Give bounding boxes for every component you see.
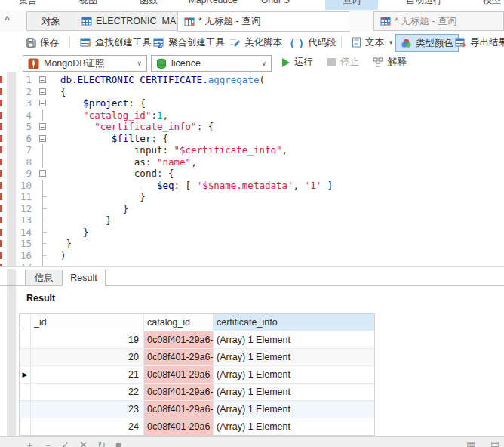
- current-row-arrow-icon: ▶: [23, 371, 28, 378]
- table-row[interactable]: 190c08f401-29a6-(Array) 1 Element: [20, 331, 374, 349]
- tab-result[interactable]: Result: [62, 270, 106, 286]
- line-number: 2: [0, 86, 36, 98]
- add-record-icon[interactable]: ＋: [25, 440, 35, 447]
- save-icon: [26, 37, 36, 48]
- cell-certificate-info[interactable]: (Array) 1 Element: [214, 384, 374, 400]
- cell-catalog-id[interactable]: 0c08f401-29a6-: [144, 331, 214, 348]
- cell-catalog-id[interactable]: 0c08f401-29a6-: [144, 401, 214, 418]
- form-view-icon[interactable]: ▤: [490, 440, 499, 447]
- modified-line-mark: [0, 159, 2, 165]
- apply-changes-icon[interactable]: ✓: [61, 440, 69, 447]
- find-builder-button[interactable]: 查找创建工具: [77, 34, 155, 51]
- cell-id[interactable]: 22: [31, 384, 144, 400]
- table-row[interactable]: 200c08f401-29a6-(Array) 1 Element: [20, 349, 374, 366]
- stop-icon[interactable]: ■: [115, 440, 121, 447]
- ribbon-item[interactable]: 自动运行: [400, 0, 448, 10]
- ribbon-item[interactable]: 函数: [134, 0, 164, 10]
- tab-collection[interactable]: ELECTRONIC_MAINTAIN @l...: [75, 11, 178, 31]
- tab-message[interactable]: 信息: [25, 270, 63, 286]
- cell-certificate-info[interactable]: (Array) 1 Element: [214, 349, 374, 365]
- fold-marker[interactable]: [36, 168, 50, 180]
- code-text: $project: {: [50, 97, 146, 109]
- cell-id[interactable]: 21: [31, 366, 144, 383]
- fold-marker[interactable]: [36, 74, 50, 86]
- tab-objects[interactable]: 对象: [26, 11, 75, 31]
- cell-id[interactable]: 23: [31, 401, 144, 418]
- cell-certificate-info[interactable]: (Array) 1 Element: [214, 418, 374, 435]
- cell-id[interactable]: 20: [31, 349, 144, 365]
- table-row[interactable]: ▶210c08f401-29a6-(Array) 1 Element: [20, 366, 374, 384]
- ribbon-item[interactable]: 视图: [73, 0, 103, 10]
- save-button[interactable]: 保存: [23, 34, 62, 51]
- ribbon-item[interactable]: GridFS: [255, 0, 296, 10]
- ribbon-item[interactable]: 集合: [13, 0, 43, 10]
- table-row[interactable]: 220c08f401-29a6-(Array) 1 Element: [20, 384, 374, 401]
- database-select[interactable]: licence ∨: [151, 55, 272, 72]
- modified-line-mark: [0, 123, 2, 130]
- code-snippet-icon: ( ): [290, 37, 304, 48]
- ribbon-item[interactable]: MapReduce: [183, 0, 244, 10]
- table-row[interactable]: 240c08f401-29a6-(Array) 1 Element: [20, 418, 374, 435]
- cell-catalog-id[interactable]: 0c08f401-29a6-: [144, 366, 214, 383]
- connection-select[interactable]: MongoDB证照 ∨: [23, 55, 147, 72]
- cell-certificate-info[interactable]: (Array) 1 Element: [214, 366, 374, 383]
- line-number: 6: [0, 133, 36, 145]
- text-view-icon: [352, 37, 361, 48]
- cell-catalog-id[interactable]: 0c08f401-29a6-: [144, 349, 214, 365]
- delete-record-icon[interactable]: －: [43, 440, 53, 447]
- cell-catalog-id[interactable]: 0c08f401-29a6-: [144, 384, 214, 400]
- cell-catalog-id[interactable]: 0c08f401-29a6-: [144, 418, 214, 435]
- row-selector[interactable]: [20, 349, 31, 365]
- fold-marker[interactable]: [36, 121, 50, 133]
- explain-button[interactable]: 解释: [373, 56, 407, 69]
- fold-marker[interactable]: [36, 86, 50, 98]
- line-number: 3: [0, 97, 36, 109]
- row-selector[interactable]: [20, 418, 31, 435]
- discard-changes-icon[interactable]: ✕: [79, 440, 88, 447]
- tab-query-second-group[interactable]: * 无标题 - 查询: [373, 11, 504, 31]
- grid-view-icon[interactable]: ▦: [466, 440, 475, 447]
- modified-line-mark: [0, 135, 2, 142]
- export-result-button[interactable]: 导出结果: [452, 34, 504, 51]
- tab-query-2-label: * 无标题 - 查询: [395, 15, 456, 28]
- row-selector[interactable]: [20, 401, 31, 418]
- column-header-catalog_id[interactable]: catalog_id: [144, 314, 214, 331]
- fold-marker: [36, 214, 50, 227]
- beautify-script-label: 美化脚本: [244, 36, 282, 49]
- grid-body: 190c08f401-29a6-(Array) 1 Element200c08f…: [20, 331, 374, 435]
- ribbon-item[interactable]: 模型: [477, 0, 504, 10]
- code-line: 12 }: [0, 203, 504, 215]
- ribbon-item[interactable]: 查询: [325, 0, 378, 10]
- cell-certificate-info[interactable]: (Array) 1 Element: [214, 401, 374, 418]
- collapse-ribbon-icon[interactable]: ^: [5, 14, 10, 25]
- fold-marker[interactable]: [36, 133, 50, 145]
- fold-marker: [36, 203, 50, 215]
- code-snippet-button[interactable]: ( ) 代码段: [287, 34, 340, 51]
- tab-query-label: * 无标题 - 查询: [198, 15, 260, 28]
- type-color-button[interactable]: 类型颜色: [395, 34, 459, 52]
- table-row[interactable]: 230c08f401-29a6-(Array) 1 Element: [20, 401, 374, 418]
- code-line: 4 "catalog_id":1,: [0, 109, 504, 122]
- code-line: 9 cond: {: [0, 168, 504, 180]
- column-header-certificate_info[interactable]: certificate_info: [214, 314, 374, 331]
- cell-id[interactable]: 19: [31, 331, 144, 348]
- mongodb-connection-icon: [28, 58, 39, 69]
- cell-certificate-info[interactable]: (Array) 1 Element: [214, 331, 374, 348]
- database-icon: [156, 58, 167, 69]
- row-selector[interactable]: [20, 384, 31, 400]
- fold-marker: [36, 180, 50, 192]
- row-selector[interactable]: [20, 331, 31, 348]
- column-header-_id[interactable]: _id: [31, 314, 144, 331]
- cell-id[interactable]: 24: [31, 418, 144, 435]
- tab-query-active[interactable]: * 无标题 - 查询: [177, 11, 349, 32]
- row-selector[interactable]: ▶: [20, 366, 31, 383]
- aggregate-builder-button[interactable]: Σ 聚合创建工具: [150, 34, 228, 51]
- refresh-icon[interactable]: ↻: [97, 440, 106, 447]
- text-view-button[interactable]: 文本 ▾: [349, 34, 396, 51]
- code-editor[interactable]: 1db.ELECTRONIC_CERTIFICATE.aggregate(2{3…: [0, 74, 504, 266]
- chevron-down-icon[interactable]: ▾: [389, 39, 393, 46]
- beautify-script-button[interactable]: 美化脚本: [226, 34, 285, 51]
- fold-marker: [36, 156, 50, 168]
- run-button[interactable]: 运行: [282, 56, 313, 69]
- fold-marker[interactable]: [36, 97, 50, 109]
